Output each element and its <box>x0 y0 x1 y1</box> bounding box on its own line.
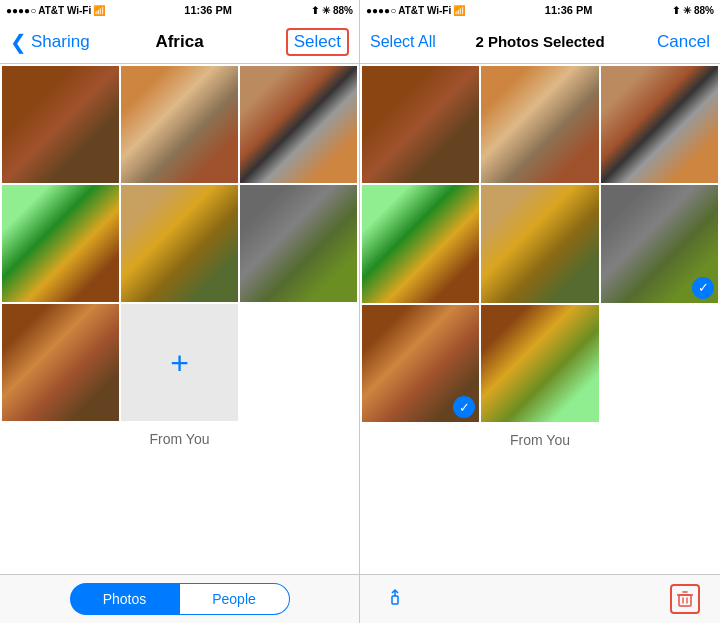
select-all-label: Select All <box>370 33 436 51</box>
tab-people[interactable]: People <box>180 583 290 615</box>
select-button-wrapper: Select <box>269 28 349 56</box>
location-icon-right: ⬆ <box>672 5 680 16</box>
carrier-label-right: AT&T Wi-Fi <box>398 5 451 16</box>
photo-cell-giraffe-left[interactable] <box>362 185 479 302</box>
tab-bar-left: Photos People <box>0 574 359 623</box>
location-icon: ⬆ <box>311 5 319 16</box>
select-button[interactable]: Select <box>286 28 349 56</box>
back-button[interactable]: ❮ Sharing <box>10 30 90 54</box>
photo-cell-ostrich[interactable] <box>121 66 238 183</box>
signal-dots: ●●●●○ <box>6 5 36 16</box>
bluetooth-icon-right: ✳ <box>683 5 691 16</box>
add-icon: + <box>170 347 189 379</box>
checkmark-icon2: ✓ <box>459 400 470 415</box>
nav-bar-right: Select All 2 Photos Selected Cancel <box>360 20 720 64</box>
share-button[interactable] <box>380 584 410 614</box>
status-right-left: ⬆ ✳ 88% <box>311 5 353 16</box>
right-screen: ●●●●○ AT&T Wi-Fi 📶 11:36 PM ⬆ ✳ 88% Sele… <box>360 0 720 623</box>
status-left-right: ●●●●○ AT&T Wi-Fi 📶 <box>366 5 465 16</box>
photo-cell-beer[interactable] <box>2 66 119 183</box>
photo-cell-giraffe3[interactable] <box>481 305 598 422</box>
battery-label: 88% <box>333 5 353 16</box>
time-left: 11:36 PM <box>184 4 232 16</box>
action-bar-right <box>360 574 720 623</box>
tab-photos[interactable]: Photos <box>70 583 180 615</box>
photo-cell-giraffe1[interactable] <box>2 185 119 302</box>
photo-cell-giraffe-mid[interactable] <box>481 185 598 302</box>
svg-rect-0 <box>392 596 398 604</box>
photo-cell-add[interactable]: + <box>121 304 238 421</box>
trash-icon <box>675 589 695 609</box>
bluetooth-icon: ✳ <box>322 5 330 16</box>
cancel-label: Cancel <box>657 32 710 52</box>
trash-button[interactable] <box>670 584 700 614</box>
status-left: ●●●●○ AT&T Wi-Fi 📶 <box>6 5 105 16</box>
chevron-left-icon: ❮ <box>10 30 27 54</box>
photo-grid-left: + <box>0 64 359 423</box>
photo-cell-giraffe2[interactable] <box>121 185 238 302</box>
from-you-label-right: From You <box>360 424 720 456</box>
photo-cell-ostrich2[interactable] <box>481 66 598 183</box>
photo-cell-rocky2[interactable]: ✓ <box>362 305 479 422</box>
selection-checkmark-elephants: ✓ <box>692 277 714 299</box>
status-bar-right: ●●●●○ AT&T Wi-Fi 📶 11:36 PM ⬆ ✳ 88% <box>360 0 720 20</box>
nav-bar-left: ❮ Sharing Africa Select <box>0 20 359 64</box>
wifi-icon-right: 📶 <box>453 5 465 16</box>
photo-cell-rocky[interactable] <box>2 304 119 421</box>
select-all-button[interactable]: Select All <box>370 33 450 51</box>
wifi-icon: 📶 <box>93 5 105 16</box>
photo-grid-right: ✓ ✓ <box>360 64 720 424</box>
back-label: Sharing <box>31 32 90 52</box>
from-you-label-left: From You <box>0 423 359 455</box>
selection-checkmark-rocky: ✓ <box>453 396 475 418</box>
share-icon <box>384 588 406 610</box>
nav-title-left: Africa <box>90 32 269 52</box>
photo-cell-zebra[interactable] <box>240 66 357 183</box>
cancel-button[interactable]: Cancel <box>630 32 710 52</box>
svg-rect-2 <box>679 595 691 606</box>
photo-cell-elephants[interactable] <box>240 185 357 302</box>
battery-label-right: 88% <box>694 5 714 16</box>
signal-dots-right: ●●●●○ <box>366 5 396 16</box>
photos-selected-label: 2 Photos Selected <box>450 33 630 50</box>
left-screen: ●●●●○ AT&T Wi-Fi 📶 11:36 PM ⬆ ✳ 88% ❮ Sh… <box>0 0 360 623</box>
photo-cell-zebra2[interactable] <box>601 66 718 183</box>
status-right-right: ⬆ ✳ 88% <box>672 5 714 16</box>
time-right: 11:36 PM <box>545 4 593 16</box>
photo-cell-elephants2[interactable]: ✓ <box>601 185 718 302</box>
status-bar-left: ●●●●○ AT&T Wi-Fi 📶 11:36 PM ⬆ ✳ 88% <box>0 0 359 20</box>
carrier-label: AT&T Wi-Fi <box>38 5 91 16</box>
photo-cell-beer2[interactable] <box>362 66 479 183</box>
checkmark-icon: ✓ <box>698 280 709 295</box>
